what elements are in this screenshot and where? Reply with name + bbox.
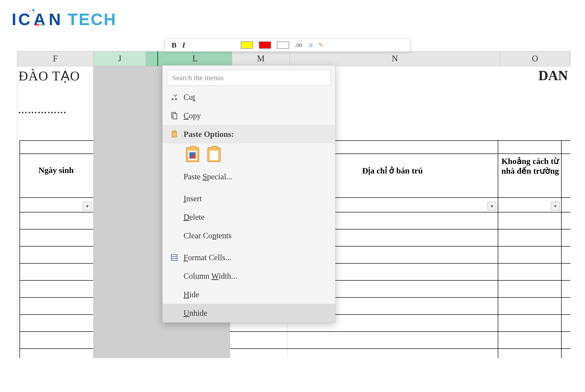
italic-button[interactable]: I: [182, 41, 185, 49]
menu-item-hide[interactable]: Hide: [163, 285, 335, 304]
column-header-L[interactable]: L: [158, 52, 232, 66]
logo-letter: N: [49, 11, 62, 28]
border-button[interactable]: [277, 42, 289, 49]
filter-button[interactable]: [551, 202, 560, 210]
context-menu: Search the menus Cut Copy Paste Options:: [162, 65, 335, 322]
header-ngay-sinh: Ngày sinh: [20, 166, 93, 175]
scissors-icon: [168, 93, 181, 101]
excel-window: B I .00 .0 ✎ F J L M N O ĐÀO TẠO DAN …………: [17, 44, 570, 358]
menu-item-column-width[interactable]: Column Width...: [163, 267, 335, 285]
menu-label: Clear Contents: [181, 231, 232, 240]
mini-toolbar: B I .00 .0 ✎: [165, 38, 410, 52]
logo-letter: I: [12, 11, 17, 28]
menu-label: Unhide: [181, 309, 207, 318]
clipboard-icon: [168, 130, 181, 138]
copy-icon: [168, 112, 181, 120]
column-header-F[interactable]: F: [17, 52, 94, 66]
column-header-row: F J L M N O: [17, 51, 570, 66]
column-header-J[interactable]: J: [94, 52, 146, 66]
menu-label: Delete: [181, 213, 205, 222]
font-color-swatch[interactable]: [259, 42, 271, 49]
menu-item-delete[interactable]: Delete: [163, 208, 335, 226]
format-cells-icon: [168, 254, 181, 262]
paste-values-icon[interactable]: [207, 148, 221, 162]
menu-search-input[interactable]: Search the menus: [167, 70, 331, 86]
column-header-hidden[interactable]: [146, 52, 158, 66]
svg-rect-4: [171, 254, 177, 260]
column-header-O[interactable]: O: [500, 52, 570, 66]
menu-label: Column Width...: [181, 272, 237, 281]
format-painter-icon[interactable]: ✎: [318, 42, 323, 48]
menu-item-insert[interactable]: Insert: [163, 189, 335, 208]
menu-label: Format Cells...: [181, 253, 231, 262]
app-logo: ✦ • • I C A N TECH: [12, 11, 117, 28]
menu-label: Cut: [181, 93, 195, 102]
spark-dot-icon: •: [29, 8, 30, 13]
fill-color-swatch[interactable]: [241, 42, 253, 49]
menu-label: Paste Special...: [181, 172, 232, 181]
paste-icon[interactable]: [186, 148, 199, 162]
filter-button[interactable]: [487, 202, 496, 210]
svg-rect-3: [173, 130, 175, 132]
menu-item-cut[interactable]: Cut: [163, 88, 335, 106]
filter-button[interactable]: [83, 202, 92, 210]
menu-item-paste-options: Paste Options:: [163, 125, 335, 144]
svg-rect-1: [173, 114, 177, 119]
menu-item-clear-contents[interactable]: Clear Contents: [163, 226, 335, 245]
logo-letter: C: [18, 11, 31, 28]
menu-label: Copy: [181, 111, 201, 120]
bold-button[interactable]: B: [172, 41, 177, 49]
paste-options-icons: [163, 144, 335, 167]
menu-item-copy[interactable]: Copy: [163, 106, 335, 125]
decrease-decimal-button[interactable]: .00: [295, 42, 302, 48]
header-khoang-cach: Khoảng cách từ nhà đến trường: [500, 156, 560, 176]
menu-label: Hide: [181, 290, 199, 299]
menu-item-unhide[interactable]: Unhide: [163, 304, 335, 322]
column-header-N[interactable]: N: [290, 52, 500, 66]
column-header-M[interactable]: M: [232, 52, 290, 66]
increase-decimal-button[interactable]: .0: [308, 42, 312, 48]
menu-item-paste-special[interactable]: Paste Special...: [163, 167, 335, 186]
menu-label: Paste Options:: [181, 130, 234, 139]
logo-tech: TECH: [68, 11, 117, 28]
menu-item-format-cells[interactable]: Format Cells...: [163, 248, 335, 267]
logo-letter: A: [33, 11, 47, 28]
menu-label: Insert: [181, 194, 202, 203]
